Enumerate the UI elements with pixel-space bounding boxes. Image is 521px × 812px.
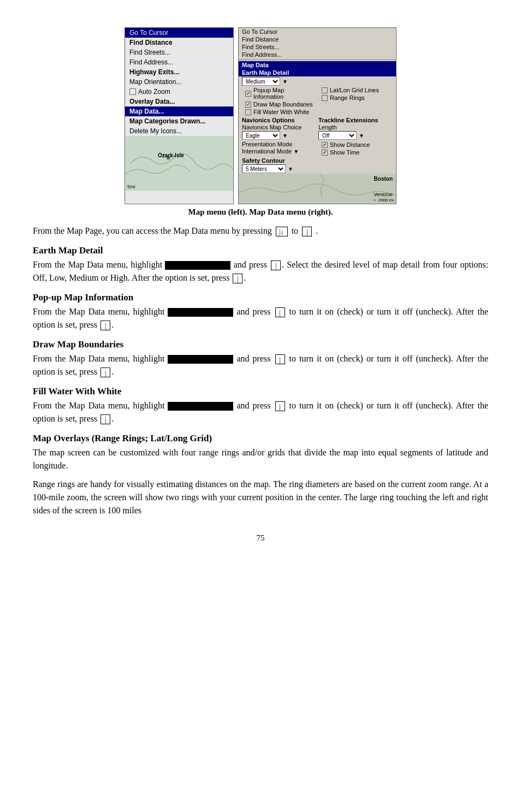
dropdown-arrow: ▼ xyxy=(282,79,288,85)
menu-item-find-distance[interactable]: Find Distance xyxy=(125,38,233,48)
show-distance-row[interactable]: Show Distance xyxy=(318,141,393,149)
fill-water-text: From the Map Data menu, highlight and pr… xyxy=(33,399,488,425)
boston-label: Boston xyxy=(374,176,393,182)
popup-enter-key2: | xyxy=(100,321,110,330)
presentation-col: Presentation Mode International Mode ▼ xyxy=(242,141,316,156)
show-distance-cb[interactable] xyxy=(322,142,328,148)
menu-item-map-data[interactable]: Map Data... xyxy=(125,106,233,116)
right-menu-find-dist: Find Distance xyxy=(239,35,396,43)
popup-map-text: From the Map Data menu, highlight and pr… xyxy=(33,305,488,331)
fill-enter-key2: | xyxy=(100,414,110,424)
left-menu-screenshot: Go To Cursor Find Distance Find Streets.… xyxy=(125,27,234,204)
emd-enter-key2: | xyxy=(233,274,242,283)
fill-highlight-box xyxy=(168,402,233,411)
lat-lon-label: Lat/Lon Grid Lines xyxy=(330,87,379,93)
auto-zoom-checkbox[interactable] xyxy=(129,88,136,95)
menu-item-find-streets[interactable]: Find Streets... xyxy=(125,48,233,57)
navionics-select[interactable]: Eagle xyxy=(242,131,280,140)
emd-highlight-box xyxy=(165,261,230,270)
draw-boundaries-label: Draw Map Boundaries xyxy=(253,101,313,108)
navionics-dropdown-arrow: ▼ xyxy=(282,133,288,139)
draw-enter-key2: | xyxy=(100,368,110,377)
draw-boundaries-row[interactable]: Draw Map Boundaries xyxy=(242,100,316,108)
range-rings-label: Range Rings xyxy=(330,94,365,101)
presentation-label: Presentation Mode xyxy=(242,141,316,148)
navionics-options-label: Navionics Options xyxy=(242,117,316,124)
enter-key-icon: | xyxy=(302,227,312,236)
lat-lon-row[interactable]: Lat/Lon Grid Lines xyxy=(318,86,393,94)
range-rings-cb[interactable] xyxy=(322,95,328,101)
draw-enter-key: | xyxy=(275,354,285,364)
popup-map-cb[interactable] xyxy=(245,91,251,97)
show-time-label: Show Time xyxy=(330,149,359,156)
menu-item-overlay-data[interactable]: Overlay Data... xyxy=(125,97,233,106)
lat-lon-cb[interactable] xyxy=(322,87,328,93)
range-rings-row[interactable]: Range Rings xyxy=(318,94,393,102)
popup-map-label: Popup Map Information xyxy=(253,87,313,100)
screenshots-container: Go To Cursor Find Distance Find Streets.… xyxy=(33,27,488,204)
length-select-row[interactable]: Off ▼ xyxy=(318,131,393,140)
options-grid: Popup Map Information Draw Map Boundarie… xyxy=(239,86,396,116)
draw-highlight-box xyxy=(168,355,233,364)
detail-select[interactable]: Medium Off Low High xyxy=(242,77,280,86)
trackline-extensions-label: Trackline Extensions xyxy=(318,117,393,124)
earth-map-detail-label: Earth Map Detail xyxy=(239,69,396,76)
map-data-header: Map Data xyxy=(239,61,396,69)
intro-paragraph: From the Map Page, you can access the Ma… xyxy=(33,224,488,238)
left-map-area: • Ozark-Isle 5mi xyxy=(125,136,233,191)
earth-map-detail-text: From the Map Data menu, highlight and pr… xyxy=(33,258,488,285)
venezue-label: Venezue xyxy=(374,192,393,197)
fill-water-heading: Fill Water With White xyxy=(33,386,488,397)
overlays-text2: Range rings are handy for visually estim… xyxy=(33,478,488,517)
menu-item-go-to-cursor[interactable]: Go To Cursor xyxy=(125,28,233,38)
safety-select[interactable]: 5 Meters xyxy=(242,164,286,173)
popup-map-heading: Pop-up Map Information xyxy=(33,292,488,303)
draw-boundaries-cb[interactable] xyxy=(245,102,251,108)
menu-item-map-orientation[interactable]: Map Orientation... xyxy=(125,77,233,87)
show-time-cb[interactable] xyxy=(322,150,328,156)
menu-item-map-categories[interactable]: Map Categories Drawn... xyxy=(125,116,233,126)
length-select[interactable]: Off xyxy=(318,131,357,140)
left-options-col: Popup Map Information Draw Map Boundarie… xyxy=(242,86,316,116)
menu-item-auto-zoom[interactable]: Auto Zoom xyxy=(125,87,233,97)
emd-enter-key: | xyxy=(271,260,281,270)
fill-water-cb[interactable] xyxy=(245,109,251,115)
presentation-section: Presentation Mode International Mode ▼ S… xyxy=(239,141,396,156)
scale-bar: ↔ 2000 mi xyxy=(372,197,394,203)
right-map-area: Boston Venezue ↔ 2000 mi xyxy=(239,174,396,204)
draw-map-heading: Draw Map Boundaries xyxy=(33,339,488,350)
navionics-select-row[interactable]: Eagle ▼ xyxy=(242,131,316,140)
overlays-heading: Map Overlays (Range Rings; Lat/Long Grid… xyxy=(33,433,488,444)
popup-map-row[interactable]: Popup Map Information xyxy=(242,86,316,100)
right-options-col: Lat/Lon Grid Lines Range Rings xyxy=(318,86,393,116)
safety-contour-label: Safety Contour xyxy=(239,156,396,164)
length-label: Length xyxy=(318,124,393,131)
popup-highlight-box xyxy=(168,308,233,317)
fill-enter-key: | xyxy=(275,401,285,411)
international-label: International Mode ▼ xyxy=(242,148,316,155)
right-menu-go-cursor: Go To Cursor xyxy=(239,28,396,35)
menu-key-icon: |↓ xyxy=(276,227,288,236)
overlays-text1: The map screen can be customized with fo… xyxy=(33,446,488,472)
show-options-col: Show Distance Show Time xyxy=(318,141,393,156)
fill-water-row[interactable]: Fill Water With White xyxy=(242,108,316,116)
draw-map-text: From the Map Data menu, highlight and pr… xyxy=(33,352,488,378)
international-arrow: ▼ xyxy=(293,149,299,155)
scale-unit: mi xyxy=(389,198,394,203)
figure-caption: Map menu (left). Map Data menu (right). xyxy=(33,208,488,217)
safety-select-row[interactable]: 5 Meters ▼ xyxy=(239,164,396,174)
menu-item-highway-exits[interactable]: Highway Exits... xyxy=(125,67,233,77)
right-menu-find-addr: Find Address... xyxy=(239,51,396,58)
popup-enter-key: | xyxy=(275,307,285,317)
navionics-section: Navionics Options Navionics Map Choice E… xyxy=(239,117,396,140)
map-ozark-label: Ozark-Isle xyxy=(158,152,184,158)
page-number: 75 xyxy=(33,534,488,543)
menu-item-find-address[interactable]: Find Address... xyxy=(125,57,233,67)
right-menu-find-streets: Find Streets... xyxy=(239,43,396,51)
show-time-row[interactable]: Show Time xyxy=(318,149,393,156)
navionics-right: Trackline Extensions Length Off ▼ xyxy=(318,117,393,140)
map-scale-label: 5mi xyxy=(127,184,135,189)
detail-select-row[interactable]: Medium Off Low High ▼ xyxy=(239,76,396,86)
length-dropdown-arrow: ▼ xyxy=(359,133,364,139)
menu-item-delete-icons[interactable]: Delete My Icons... xyxy=(125,126,233,136)
